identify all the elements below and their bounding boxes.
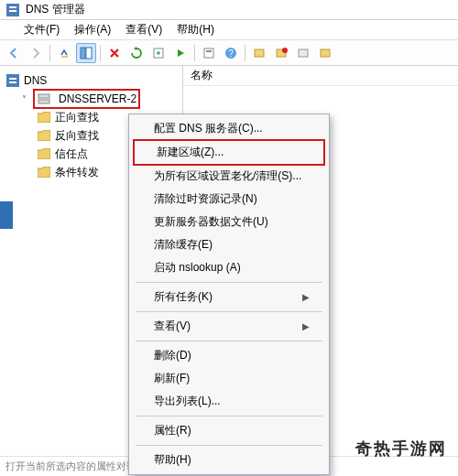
back-button[interactable] [4,43,24,63]
svg-rect-1 [9,6,16,8]
svg-rect-16 [6,74,19,87]
svg-rect-5 [86,48,92,59]
ctx-label: 所有任务(K) [154,289,213,305]
ctx-label: 更新服务器数据文件(U) [154,214,268,230]
export-button[interactable] [148,43,169,63]
up-button[interactable] [54,43,74,63]
ctx-separator [136,445,322,446]
ctx-refresh[interactable]: 刷新(F) [132,367,326,390]
dns-root-icon [5,73,20,88]
watermark-text: 奇热手游网 [355,438,447,460]
svg-rect-18 [9,81,16,83]
svg-rect-3 [61,56,68,58]
tree-server[interactable]: ˅ DNSSERVER-2 [0,90,182,108]
ctx-view[interactable]: 查看(V)▶ [132,315,326,338]
help-button[interactable]: ? [221,43,241,63]
svg-rect-8 [206,50,212,52]
svg-rect-17 [9,78,16,80]
info-button-4[interactable] [315,43,335,63]
sidebar-stripe [0,201,13,229]
ctx-label: 新建区域(Z)... [157,145,224,160]
tree-child-label: 正向查找 [55,110,99,125]
ctx-delete[interactable]: 删除(D) [132,344,326,367]
svg-rect-7 [204,49,213,58]
tree-root-label: DNS [24,74,47,87]
tree-server-label: DNSSERVER-2 [59,92,136,105]
column-header-label: 名称 [191,68,213,83]
svg-rect-14 [299,49,308,57]
window-title: DNS 管理器 [26,2,85,17]
ctx-label: 查看(V) [154,319,191,334]
ctx-label: 属性(R) [154,423,191,438]
toolbar-separator [194,45,195,61]
ctx-scavenge[interactable]: 清除过时资源记录(N) [132,188,326,211]
ctx-label: 删除(D) [154,348,191,363]
tree-child-label: 条件转发 [55,165,99,180]
ctx-separator [136,341,322,341]
ctx-label: 导出列表(L)... [154,394,221,409]
title-bar: DNS 管理器 [0,0,458,20]
toolbar-separator [245,45,245,61]
ctx-label: 启动 nslookup (A) [154,260,241,276]
ctx-help[interactable]: 帮助(H) [132,449,326,471]
ctx-label: 刷新(F) [154,371,190,386]
props-button[interactable] [199,43,219,63]
chevron-right-icon: ▶ [302,292,310,302]
info-button-1[interactable] [249,43,269,63]
menu-file[interactable]: 文件(F) [16,20,67,39]
ctx-separator [136,282,322,283]
folder-icon [37,110,51,124]
ctx-new-zone[interactable]: 新建区域(Z)... [135,141,323,164]
ctx-props[interactable]: 属性(R) [132,419,326,442]
refresh-button[interactable] [126,43,147,63]
svg-rect-20 [38,100,49,103]
tree-child-label: 信任点 [55,146,88,162]
ctx-label: 清除过时资源记录(N) [154,191,257,207]
menu-help[interactable]: 帮助(H) [169,20,222,39]
toolbar-separator [100,45,101,61]
menu-view[interactable]: 查看(V) [118,20,169,39]
ctx-configure-dns[interactable]: 配置 DNS 服务器(C)... [132,117,326,140]
ctx-nslookup[interactable]: 启动 nslookup (A) [132,256,326,279]
start-button[interactable] [170,43,191,63]
svg-rect-2 [9,10,16,12]
info-button-2[interactable] [271,43,291,63]
svg-text:?: ? [228,49,234,59]
svg-rect-19 [38,94,49,98]
chevron-right-icon: ▶ [302,321,310,331]
tree-root-dns[interactable]: DNS [0,71,182,90]
ctx-update-data[interactable]: 更新服务器数据文件(U) [132,211,326,233]
ctx-clear-cache[interactable]: 清除缓存(E) [132,233,326,256]
chevron-down-icon: ˅ [22,94,33,104]
ctx-all-tasks[interactable]: 所有任务(K)▶ [132,286,326,308]
toolbar-separator [49,45,50,61]
ctx-label: 配置 DNS 服务器(C)... [154,121,263,136]
ctx-separator [136,416,322,416]
info-button-3[interactable] [293,43,313,63]
ctx-export[interactable]: 导出列表(L)... [132,390,326,413]
menu-action[interactable]: 操作(A) [67,20,118,39]
svg-rect-11 [255,49,264,57]
delete-button[interactable] [104,43,125,63]
folder-icon [37,128,51,143]
column-header-name[interactable]: 名称 [183,66,458,86]
panes-button[interactable] [76,43,96,63]
ctx-separator [136,311,322,312]
folder-icon [37,165,51,179]
context-menu: 配置 DNS 服务器(C)... 新建区域(Z)... 为所有区域设置老化/清理… [128,114,330,475]
ctx-aging[interactable]: 为所有区域设置老化/清理(S)... [132,165,326,188]
ctx-label: 为所有区域设置老化/清理(S)... [154,168,301,184]
dns-app-icon [5,3,20,17]
right-pane-body [183,86,458,93]
svg-rect-4 [81,48,85,59]
folder-icon [37,146,51,161]
server-icon [37,92,51,106]
svg-rect-15 [321,49,330,57]
ctx-label: 清除缓存(E) [154,237,213,253]
menu-bar: 文件(F) 操作(A) 查看(V) 帮助(H) [0,20,458,40]
toolbar: ? [0,40,458,66]
forward-button[interactable] [26,43,46,63]
ctx-label: 帮助(H) [154,452,191,468]
tree-child-label: 反向查找 [55,128,99,144]
svg-point-13 [282,48,288,53]
